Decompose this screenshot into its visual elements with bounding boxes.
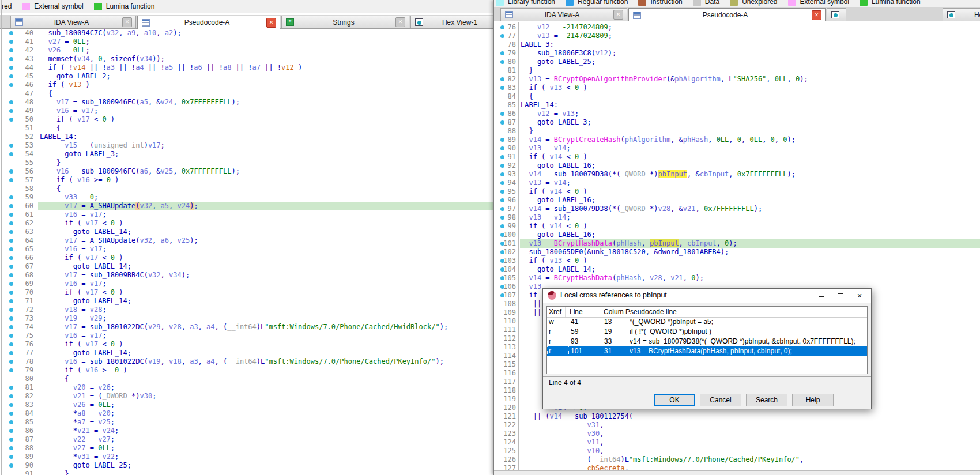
code-token[interactable]: v32 <box>140 236 152 244</box>
code-token[interactable] <box>40 306 65 314</box>
code-token[interactable]: ); <box>754 205 762 213</box>
code-text[interactable]: } <box>521 127 533 135</box>
minimize-icon[interactable] <box>813 290 830 301</box>
code-text[interactable]: LABEL_14: <box>521 101 558 110</box>
code-token[interactable]: a3 <box>107 63 115 71</box>
code-token[interactable]: >= <box>98 366 115 374</box>
code-token[interactable]: ; <box>111 383 115 391</box>
breakpoint-dot[interactable] <box>9 204 13 208</box>
code-token[interactable]: if ( <box>521 153 550 161</box>
code-line[interactable]: 54 goto LABEL_3; <box>0 150 493 159</box>
code-token[interactable]: = <box>550 32 563 40</box>
code-token[interactable] <box>40 444 73 452</box>
code-line[interactable]: 88 } <box>494 127 980 135</box>
code-line[interactable]: 65 v16 = v17; <box>0 245 493 254</box>
code-token[interactable]: ; <box>567 179 571 187</box>
code-token[interactable]: , <box>679 239 687 247</box>
code-line[interactable]: 100 goto LABEL_16; <box>494 231 980 239</box>
xref-row[interactable]: w4113*(_QWORD *)pbInput = a5; <box>547 317 867 327</box>
horizontal-scrollbar[interactable] <box>494 470 980 475</box>
code-token[interactable]: goto LABEL_25; <box>521 58 595 66</box>
code-token[interactable]: LABEL_14: <box>40 133 77 141</box>
code-text[interactable]: sub_18006E3C8(v12); <box>521 49 616 58</box>
code-token[interactable]: v13 <box>537 32 550 40</box>
code-text[interactable]: v14 = sub_180079D38(*(_QWORD *)v28, &v21… <box>521 205 762 213</box>
code-token[interactable] <box>40 210 65 218</box>
code-token[interactable]: 0LL <box>775 75 787 83</box>
code-text[interactable]: if ( v14 < 0 ) <box>521 153 587 161</box>
breakpoint-dot[interactable] <box>9 230 13 234</box>
code-token[interactable]: ; <box>152 392 156 400</box>
code-line[interactable]: 57 if ( v16 >= 0 ) <box>0 176 493 184</box>
code-token[interactable]: a3 <box>190 357 198 365</box>
code-token[interactable]: < <box>562 222 575 230</box>
code-token[interactable]: v16 <box>65 245 77 253</box>
close-tab-icon[interactable]: ✕ <box>266 18 276 28</box>
code-token[interactable]: , <box>762 135 770 144</box>
code-token[interactable]: ; <box>608 32 612 40</box>
code-token[interactable]: v17 <box>90 245 103 253</box>
breakpoint-dot[interactable] <box>9 221 13 225</box>
code-token[interactable]: , <box>600 421 604 429</box>
code-token[interactable]: , & <box>670 135 683 144</box>
maximize-icon[interactable] <box>832 290 849 301</box>
code-text[interactable]: (__int64)L"msft:Windows/7.0/Phone/Cached… <box>521 455 804 464</box>
code-text[interactable]: v17 = A_SHAUpdate(v32, a6, v25); <box>40 236 198 245</box>
code-token[interactable]: __int64 <box>591 455 621 463</box>
highlighted-identifier[interactable]: pbInput <box>650 239 679 247</box>
code-token[interactable]: , <box>152 202 160 210</box>
code-text[interactable]: goto LABEL_2; <box>40 72 111 81</box>
breakpoint-dot[interactable] <box>9 351 13 355</box>
code-token[interactable]: = A_SHAUpdate( <box>77 236 140 244</box>
code-token[interactable]: v16 <box>56 107 69 115</box>
code-token[interactable]: < <box>562 187 575 195</box>
code-token[interactable]: v27 <box>48 37 61 46</box>
code-token[interactable]: LABEL_14: <box>521 101 558 109</box>
breakpoint-dot[interactable] <box>9 195 13 199</box>
code-token[interactable] <box>40 46 48 54</box>
code-token[interactable]: )L <box>620 455 628 463</box>
code-token[interactable] <box>521 32 537 40</box>
code-token[interactable]: , ( <box>215 357 228 365</box>
code-token[interactable]: -2147024809 <box>562 23 608 31</box>
code-token[interactable]: * <box>40 409 77 417</box>
code-token[interactable]: v17 <box>85 219 98 227</box>
code-token[interactable]: = sub_180112754( <box>562 412 633 420</box>
code-line[interactable]: 48 v17 = sub_1800946FC(a5, &v24, 0x7FFFF… <box>0 98 493 107</box>
code-text[interactable]: || (v14 = sub_180112754( <box>521 412 633 421</box>
code-text[interactable]: goto LABEL_16; <box>521 196 595 205</box>
code-token[interactable]: v13 <box>69 81 82 89</box>
code-token[interactable]: a6 <box>194 63 202 71</box>
code-line[interactable]: 91 } <box>0 470 493 475</box>
code-text[interactable]: if ( !v14 || !a3 || !a4 || !a5 || !a6 ||… <box>40 63 302 72</box>
code-token[interactable]: , L <box>721 75 733 83</box>
code-token[interactable]: v17 <box>65 202 77 210</box>
code-token[interactable]: sub_18006E3C8( <box>521 49 595 57</box>
code-line[interactable]: 80 { <box>0 375 493 383</box>
code-text[interactable]: goto LABEL_16; <box>521 161 595 170</box>
code-token[interactable]: ); <box>696 274 704 282</box>
code-text[interactable]: sub_180094C7C(v32, a9, a10, a2); <box>40 29 182 37</box>
code-line[interactable]: 50 if ( v17 < 0 ) <box>0 115 493 124</box>
code-token[interactable] <box>521 110 537 118</box>
code-token[interactable]: , <box>182 357 190 365</box>
breakpoint-dot[interactable] <box>9 291 13 295</box>
code-token[interactable]: v14 <box>550 187 563 195</box>
code-token[interactable]: 0 <box>783 135 787 144</box>
code-token[interactable]: v17 <box>65 271 77 279</box>
code-text[interactable]: goto LABEL_25; <box>40 461 131 470</box>
code-token[interactable]: v20 <box>98 409 111 417</box>
code-token[interactable]: v14 <box>529 205 541 213</box>
code-text[interactable]: LABEL_3: <box>521 40 554 49</box>
code-token[interactable] <box>40 202 65 210</box>
code-token[interactable]: v21 <box>73 392 86 400</box>
code-token[interactable]: v14 <box>554 179 567 187</box>
code-token[interactable]: , & <box>687 170 700 178</box>
code-token[interactable]: _DWORD <box>102 392 127 400</box>
code-token[interactable] <box>521 170 529 178</box>
code-token[interactable]: = sub_180079D38(*( <box>541 205 620 213</box>
code-token[interactable]: v16 <box>65 210 77 218</box>
code-text[interactable]: v18 = v28; <box>40 306 107 314</box>
code-token[interactable]: a6 <box>161 236 169 244</box>
code-line[interactable]: 62 if ( v17 < 0 ) <box>0 219 493 228</box>
